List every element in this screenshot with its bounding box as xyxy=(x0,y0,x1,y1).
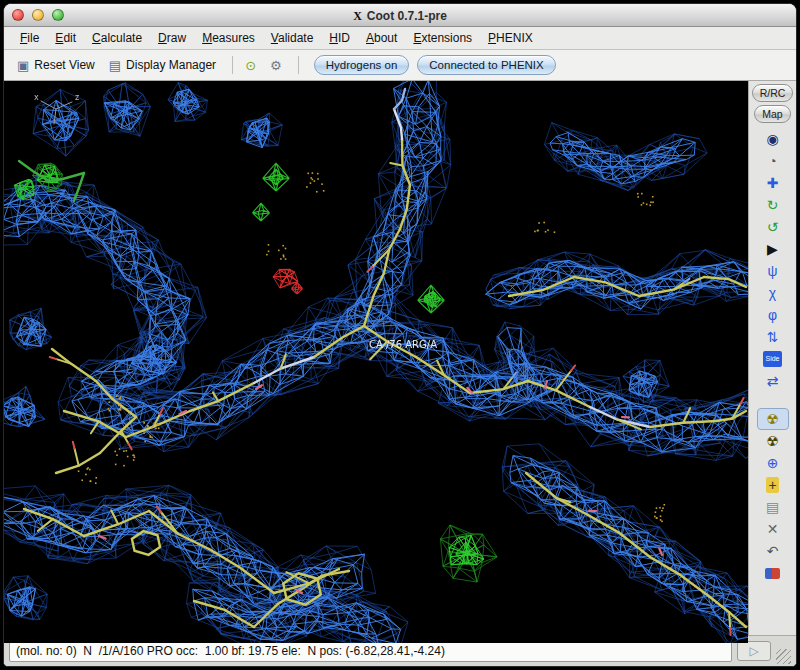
play-button[interactable]: ▷ xyxy=(737,641,771,661)
main-area: CA /76 ARG/A R/RC Map ◉ ◔ ✚ ↻ ↺ ▶ ψ χ φ … xyxy=(4,81,796,635)
run-refmac-button[interactable] xyxy=(757,562,789,584)
run-refmac-icon xyxy=(765,568,780,579)
menu-item-validate[interactable]: Validate xyxy=(263,29,322,47)
menu-item-draw[interactable]: Draw xyxy=(150,29,194,47)
preferences-button[interactable]: ⚙ xyxy=(265,57,287,74)
display-manager-icon: ▤ xyxy=(109,59,121,72)
menu-item-file[interactable]: File xyxy=(12,29,47,47)
delete-item-button[interactable]: ✕ xyxy=(757,518,789,540)
molecular-viewport[interactable] xyxy=(4,81,748,643)
status-text: (mol. no: 0) N /1/A/160 PRO occ: 1.00 bf… xyxy=(9,641,732,662)
menu-item-calculate[interactable]: Calculate xyxy=(84,29,150,47)
add-terminal-residue-icon: ☢ xyxy=(766,411,779,427)
auto-fit-rotamer-icon: ▶ xyxy=(767,241,778,257)
menu-item-hid[interactable]: HID xyxy=(321,29,358,47)
edit-chi-angles-button[interactable]: χ xyxy=(757,282,789,304)
reset-view-label: Reset View xyxy=(34,58,94,72)
resize-grip[interactable] xyxy=(776,649,791,664)
real-space-refine-button[interactable]: ◉ xyxy=(757,128,789,150)
preferences-icon: ⚙ xyxy=(270,59,282,72)
rrc-button[interactable]: R/RC xyxy=(752,84,794,102)
real-space-refine-icon: ◉ xyxy=(766,131,778,147)
clear-pending-icon: ▤ xyxy=(766,499,779,515)
mutate-residue-icon: ⇄ xyxy=(767,373,779,389)
titlebar[interactable]: XCoot 0.7.1-pre xyxy=(4,4,796,27)
zoom-button[interactable] xyxy=(52,9,64,21)
rotate-translate-icon: ↺ xyxy=(767,219,779,235)
rigid-body-fit-button[interactable]: ↻ xyxy=(757,194,789,216)
side-chain-180-icon: Side xyxy=(763,351,781,367)
map-button[interactable]: Map xyxy=(754,105,790,123)
phenix-connection-button[interactable]: Connected to PHENIX xyxy=(417,55,555,75)
traffic-lights xyxy=(12,9,72,21)
undo-button[interactable]: ↶ xyxy=(757,540,789,562)
rotamers-button[interactable]: ψ xyxy=(757,260,789,282)
display-manager-label: Display Manager xyxy=(126,58,216,72)
fix-atoms-button[interactable]: ✚ xyxy=(757,172,789,194)
viewport-container: CA /76 ARG/A xyxy=(4,81,748,635)
regularize-zone-icon: ◔ xyxy=(768,153,776,169)
x11-icon: X xyxy=(353,9,362,23)
hydrogens-toggle-button[interactable]: Hydrogens on xyxy=(314,55,410,75)
fix-atoms-icon: ✚ xyxy=(767,175,779,191)
main-toolbar: ▣ Reset View ▤ Display Manager ⊙ ⚙ Hydro… xyxy=(4,50,796,81)
torsion-general-icon: φ xyxy=(768,307,777,323)
side-chain-180-button[interactable]: Side xyxy=(757,348,789,370)
reset-view-icon: ▣ xyxy=(17,59,29,72)
flip-peptide-icon: ⇅ xyxy=(767,329,779,345)
delete-item-icon: ✕ xyxy=(767,521,779,537)
window-title-text: Coot 0.7.1-pre xyxy=(367,9,447,23)
menu-item-measures[interactable]: Measures xyxy=(194,29,263,47)
place-atom-icon: + xyxy=(766,477,778,493)
coot-window: XCoot 0.7.1-pre File Edit Calculate Draw… xyxy=(3,3,797,667)
rotamers-icon: ψ xyxy=(768,263,778,279)
clear-pending-button[interactable]: ▤ xyxy=(757,496,789,518)
undo-icon: ↶ xyxy=(767,543,779,559)
edit-chi-angles-icon: χ xyxy=(769,285,776,301)
torsion-general-button[interactable]: φ xyxy=(757,304,789,326)
simple-mutate-icon: ⊕ xyxy=(767,455,779,471)
regularize-zone-button[interactable]: ◔ xyxy=(757,150,789,172)
window-title: XCoot 0.7.1-pre xyxy=(353,9,447,23)
add-alt-conf-icon: ☢ xyxy=(766,433,779,449)
go-to-atom-icon: ⊙ xyxy=(245,59,256,72)
toolbar-separator xyxy=(298,56,299,74)
reset-view-button[interactable]: ▣ Reset View xyxy=(12,56,100,74)
flip-peptide-button[interactable]: ⇅ xyxy=(757,326,789,348)
auto-fit-rotamer-button[interactable]: ▶ xyxy=(757,238,789,260)
modelling-toolbar: ◉ ◔ ✚ ↻ ↺ ▶ ψ χ φ ⇅ Side ⇄ ☢ ☢ ⊕ + ▤ ✕ ↶ xyxy=(757,128,789,584)
menu-item-phenix[interactable]: PHENIX xyxy=(480,29,541,47)
minimize-button[interactable] xyxy=(32,9,44,21)
right-panel: R/RC Map ◉ ◔ ✚ ↻ ↺ ▶ ψ χ φ ⇅ Side ⇄ ☢ ☢ … xyxy=(748,81,796,635)
rigid-body-fit-icon: ↻ xyxy=(767,197,779,213)
place-atom-button[interactable]: + xyxy=(757,474,789,496)
close-button[interactable] xyxy=(12,9,24,21)
toolbar-separator xyxy=(232,56,233,74)
menu-item-extensions[interactable]: Extensions xyxy=(405,29,480,47)
menubar: File Edit Calculate Draw Measures Valida… xyxy=(4,27,796,50)
play-icon: ▷ xyxy=(749,645,758,657)
add-terminal-residue-button[interactable]: ☢ xyxy=(757,408,789,430)
simple-mutate-button[interactable]: ⊕ xyxy=(757,452,789,474)
rotate-translate-button[interactable]: ↺ xyxy=(757,216,789,238)
menu-item-about[interactable]: About xyxy=(358,29,405,47)
mutate-residue-button[interactable]: ⇄ xyxy=(757,370,789,392)
menu-item-edit[interactable]: Edit xyxy=(47,29,84,47)
add-alt-conf-button[interactable]: ☢ xyxy=(757,430,789,452)
go-to-atom-button[interactable]: ⊙ xyxy=(240,57,261,74)
display-manager-button[interactable]: ▤ Display Manager xyxy=(104,56,221,74)
